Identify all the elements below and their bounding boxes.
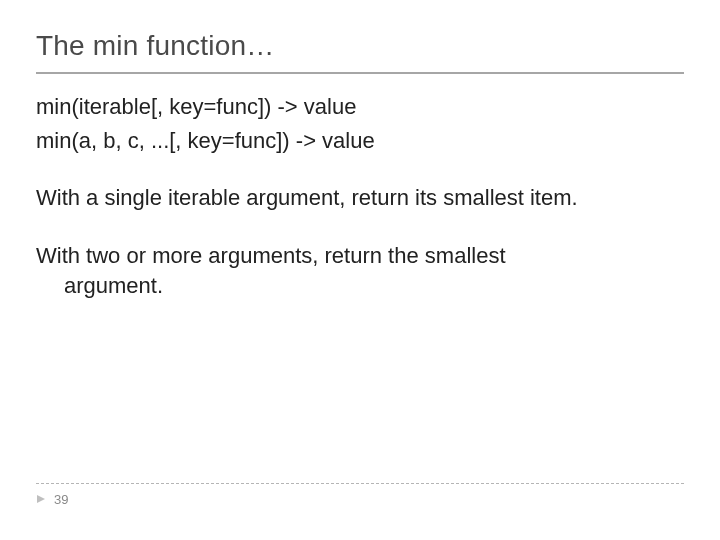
page-marker: 39 xyxy=(36,492,68,507)
signature-line-1: min(iterable[, key=func]) -> value xyxy=(36,92,684,122)
svg-marker-0 xyxy=(37,495,45,503)
play-icon xyxy=(36,494,46,504)
slide-title: The min function… xyxy=(36,30,684,74)
signature-line-2: min(a, b, c, ...[, key=func]) -> value xyxy=(36,126,684,156)
spacer xyxy=(36,217,684,241)
page-number: 39 xyxy=(54,492,68,507)
slide-body: min(iterable[, key=func]) -> value min(a… xyxy=(36,92,684,300)
paragraph-1: With a single iterable argument, return … xyxy=(36,183,684,213)
slide: The min function… min(iterable[, key=fun… xyxy=(0,0,720,540)
spacer xyxy=(36,159,684,183)
paragraph-2-line-1: With two or more arguments, return the s… xyxy=(36,243,506,268)
paragraph-2-line-2: argument. xyxy=(36,271,684,301)
slide-footer: 39 xyxy=(36,483,684,508)
paragraph-2: With two or more arguments, return the s… xyxy=(36,241,684,300)
